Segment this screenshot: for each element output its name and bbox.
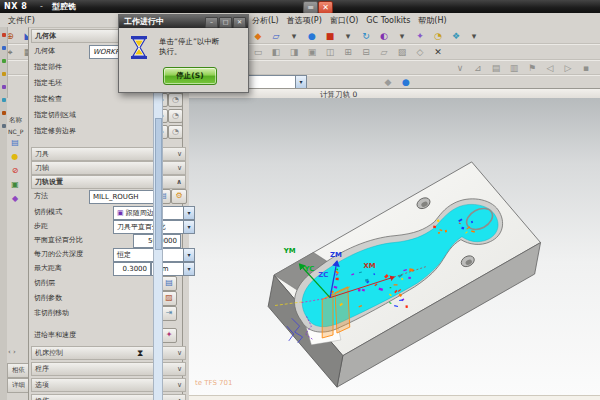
stepover-label: 步距 xyxy=(34,220,48,232)
menu-file[interactable]: 文件(F) xyxy=(4,13,39,26)
resource-dot[interactable] xyxy=(2,124,6,128)
datum-plane-icon[interactable]: ▱ xyxy=(268,28,284,44)
busy-cursor-icon: ⧗ xyxy=(137,348,143,359)
angle-icon[interactable]: ⊿ xyxy=(470,60,486,76)
menu-gc-toolkits[interactable]: GC Toolkits xyxy=(362,14,414,25)
split-box-icon[interactable]: ◫ xyxy=(322,44,338,60)
shaded-view-icon[interactable]: ◐ xyxy=(376,28,392,44)
remove-grid-icon[interactable]: ⊟ xyxy=(358,44,374,60)
resource-dot[interactable] xyxy=(2,98,6,102)
menu-preferences[interactable]: 首选项(P) xyxy=(283,13,326,26)
suppressed-icon[interactable]: ⊘ xyxy=(10,166,20,176)
depth-label: 每刀的公共深度 xyxy=(34,248,83,260)
stop-mark-icon[interactable]: ▪ xyxy=(578,60,594,76)
details-tab[interactable]: 详细 xyxy=(7,378,29,393)
delete-icon[interactable]: ✕ xyxy=(430,44,446,60)
chevron-down-icon[interactable]: ▾ xyxy=(183,221,194,233)
menu-help[interactable]: 帮助(H) xyxy=(414,13,450,26)
list-view-icon[interactable]: ▤ xyxy=(488,60,504,76)
scroll-right-icon[interactable]: › xyxy=(13,348,16,356)
chevron-icon: ∧ xyxy=(177,395,182,400)
non-cutting-moves-icon[interactable]: ⇥ xyxy=(161,306,177,321)
close-icon[interactable]: ✕ xyxy=(233,17,246,28)
yc-axis-label: YC xyxy=(304,265,315,273)
prev-icon[interactable]: ◁ xyxy=(542,60,558,76)
window-title: 型腔铣 xyxy=(52,0,76,13)
solid-box-icon[interactable]: ▣ xyxy=(304,44,320,60)
section-analysis-icon[interactable]: ◔ xyxy=(430,28,446,44)
menu-window[interactable]: 窗口(O) xyxy=(326,13,363,26)
bottom-strip xyxy=(189,395,600,400)
flag-icon[interactable]: ⚑ xyxy=(524,60,540,76)
chevron-icon: ∨ xyxy=(177,379,182,391)
chevron-down-icon[interactable]: ▾ xyxy=(183,207,194,219)
display-geometry-icon[interactable]: ◔ xyxy=(168,109,183,123)
dropdown-arrow-icon[interactable]: ▾ xyxy=(286,28,302,44)
chevron-down-icon[interactable]: ▾ xyxy=(183,249,194,261)
chevron-icon: ∨ xyxy=(177,347,182,359)
navigator-name-column-header: 名称 xyxy=(9,116,22,125)
half-shade2-icon[interactable]: ◨ xyxy=(286,44,302,60)
add-grid-icon[interactable]: ⊞ xyxy=(340,44,356,60)
minimize-icon[interactable]: – xyxy=(205,17,218,28)
dropdown-arrow-icon[interactable]: ▾ xyxy=(340,28,356,44)
create-geometry-icon[interactable]: ◆ xyxy=(250,28,266,44)
dropdown-arrow-icon[interactable]: ▾ xyxy=(466,28,482,44)
progress-message-line2: 执行。 xyxy=(159,47,182,57)
cut-params-label: 切削参数 xyxy=(34,292,62,304)
zm-axis-label: ZM xyxy=(330,251,342,259)
display-geometry-icon[interactable]: ◔ xyxy=(168,125,183,139)
select-filter-icon[interactable]: ▭ xyxy=(250,44,266,60)
dropdown-arrow-icon[interactable]: ▾ xyxy=(394,28,410,44)
non-cutting-label: 非切削移动 xyxy=(34,307,69,319)
toolbar-row-3: ∨⊿▤▥⚑◁▷▪ xyxy=(452,60,594,76)
half-shade-icon[interactable]: ◧ xyxy=(268,44,284,60)
hatch-icon[interactable]: ▨ xyxy=(394,44,410,60)
operation-icon[interactable]: ▣ xyxy=(10,180,20,190)
resource-dot[interactable] xyxy=(2,33,6,37)
cut-levels-icon[interactable]: ▤ xyxy=(161,276,177,291)
measure-icon[interactable]: ✦ xyxy=(412,28,428,44)
stop-button[interactable]: 停止(S) xyxy=(163,67,217,85)
navigator-tree: ▤●⊘▣◆ xyxy=(10,138,20,204)
chevron-down-icon[interactable]: ▾ xyxy=(183,263,194,275)
resource-dot[interactable] xyxy=(2,46,6,50)
navigator-root-item[interactable]: NC_P xyxy=(8,128,23,135)
resource-dot[interactable] xyxy=(2,111,6,115)
toolbar-row-2: ▭◧◨▣◫⊞⊟▱▨◇✕ xyxy=(250,44,446,60)
orbit-view-icon[interactable]: ↻ xyxy=(358,28,374,44)
navigator-scroll-arrows[interactable]: ‹ › xyxy=(8,348,16,356)
chevron-down-icon: ∨ xyxy=(177,148,182,160)
parallelogram-icon[interactable]: ▱ xyxy=(376,44,392,60)
diamond-outline-icon[interactable]: ◇ xyxy=(412,44,428,60)
feeds-speeds-icon[interactable]: ✦ xyxy=(161,328,177,343)
menu-analysis[interactable]: 分析(L) xyxy=(248,13,283,26)
pocket-tool-icon[interactable]: ■ xyxy=(322,28,338,44)
max-distance-field[interactable]: 0.3000 xyxy=(113,262,151,276)
tool-icon[interactable]: ◆ xyxy=(10,194,20,204)
restore-icon[interactable]: □ xyxy=(219,17,232,28)
next-icon[interactable]: ▷ xyxy=(560,60,576,76)
scroll-left-icon[interactable]: ‹ xyxy=(8,348,11,356)
column-view-icon[interactable]: ▥ xyxy=(506,60,522,76)
sphere-tool-icon[interactable]: ● xyxy=(304,28,320,44)
resource-dot[interactable] xyxy=(2,72,6,76)
graphics-viewport[interactable]: YM YC ZM ZC XM te TFS 701 xyxy=(189,98,600,395)
verify-icon[interactable]: ∨ xyxy=(452,60,468,76)
display-mode-icon[interactable]: ❖ xyxy=(448,28,464,44)
hourglass-icon xyxy=(130,36,148,59)
work-in-progress-dialog: 工作进行中 – □ ✕ 单击“停止”以中断 执行。 停止(S) xyxy=(118,14,249,93)
display-geometry-icon[interactable]: ◔ xyxy=(168,93,183,107)
dependencies-tab[interactable]: 相依 xyxy=(7,363,29,378)
key-icon[interactable]: ● xyxy=(10,152,20,162)
cut-params-icon[interactable]: ▨ xyxy=(161,291,177,306)
feeds-label: 进给率和速度 xyxy=(34,329,76,341)
method-wrench-icon[interactable]: ⚙ xyxy=(171,189,187,204)
title-bar: NX 8 - 型腔铣 ≡ ✕ xyxy=(0,0,600,13)
resource-dot[interactable] xyxy=(2,85,6,89)
scrollbar-thumb[interactable] xyxy=(155,118,162,250)
resource-dot[interactable] xyxy=(2,59,6,63)
program-group-icon[interactable]: ▤ xyxy=(10,138,20,148)
chevron-down-icon: ∨ xyxy=(177,162,182,174)
chevron-down-icon[interactable]: ▾ xyxy=(295,76,306,88)
